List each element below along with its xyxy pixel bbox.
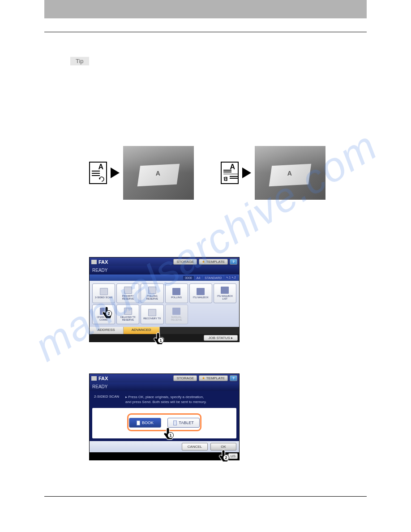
help-button[interactable]: ? bbox=[230, 259, 237, 265]
template-button[interactable]: TEMPLATE bbox=[199, 259, 228, 265]
job-status-row2: US bbox=[90, 452, 239, 460]
fax-title2: FAX bbox=[91, 376, 108, 381]
top-rule bbox=[44, 32, 367, 32]
diagram-right: A B A bbox=[221, 146, 325, 200]
tab-address[interactable]: ADDRESS bbox=[90, 327, 124, 334]
fax-screen-2sided: FAX STORAGE TEMPLATE ? READY 2-SIDED SCA… bbox=[89, 373, 240, 460]
btn-manual-receive: MANUAL RECEIVE bbox=[165, 305, 188, 324]
help-button2[interactable]: ? bbox=[230, 375, 237, 381]
ready-status2: READY bbox=[90, 382, 239, 391]
screen1-titlebar: FAX STORAGE TEMPLATE ? bbox=[90, 257, 239, 266]
status-count: 0000 bbox=[183, 276, 194, 280]
feeder-image-left: A bbox=[123, 146, 194, 200]
status-row: 0000 A4 STANDARD ↖1 ↖2 bbox=[90, 275, 239, 281]
ready-status: READY bbox=[90, 266, 239, 275]
fax-title: FAX bbox=[91, 259, 108, 265]
step-2-badge: 2 bbox=[106, 310, 112, 317]
btn-itu-mailbox[interactable]: ITU MAILBOX bbox=[189, 283, 212, 303]
step-1-badge-s2: 1 bbox=[167, 432, 174, 438]
btn-polling-reserve[interactable]: POLLING RESERVE bbox=[141, 283, 163, 303]
fax-screen-advanced: FAX STORAGE TEMPLATE ? READY 0000 A4 STA… bbox=[89, 257, 240, 342]
page-content: Tip A A A B A FAX STORAGE TEMPLATE ? bbox=[0, 32, 411, 497]
rotate-icon bbox=[98, 176, 105, 182]
arrow-icon bbox=[242, 167, 251, 178]
tip-label: Tip bbox=[70, 57, 89, 65]
instruction-text: ▸ Press OK, place originals, specify a d… bbox=[125, 395, 206, 404]
arrow-icon bbox=[111, 167, 120, 178]
status-size: A4 bbox=[195, 276, 202, 280]
cancel-button[interactable]: CANCEL bbox=[182, 443, 208, 450]
btn-itu-mailbox-list[interactable]: ITU MAILBOX LIST bbox=[214, 283, 236, 303]
page-letter-a: A bbox=[98, 163, 103, 171]
btn-priority-reserve[interactable]: PRIORITY RESERVE bbox=[116, 283, 139, 303]
page-icon-single: A bbox=[89, 162, 107, 184]
feeder-image-right: A bbox=[255, 146, 325, 200]
top-header-bar bbox=[44, 0, 367, 18]
orientation-diagrams: A A A B A bbox=[89, 146, 367, 200]
bottom-rule bbox=[44, 496, 367, 497]
mode-label: 2-SIDED SCAN bbox=[94, 395, 119, 404]
job-status-button[interactable]: JOB STATUS ▸ bbox=[204, 335, 238, 341]
instruction-area: 2-SIDED SCAN ▸ Press OK, place originals… bbox=[90, 391, 239, 408]
btn-2sided-scan[interactable]: 2-SIDED SCAN bbox=[92, 283, 115, 303]
btn-recovery-tx[interactable]: RECOVERY TX bbox=[141, 305, 163, 324]
storage-button[interactable]: STORAGE bbox=[173, 259, 197, 265]
diagram-left: A A bbox=[89, 146, 194, 200]
template-button2[interactable]: TEMPLATE bbox=[199, 375, 228, 381]
status-line: ↖1 ↖2 bbox=[224, 275, 238, 280]
step-1-badge: 1 bbox=[158, 337, 164, 343]
page-letter-b: B bbox=[223, 176, 227, 182]
screen2-titlebar: FAX STORAGE TEMPLATE ? bbox=[90, 374, 239, 382]
page-icon-double: A B bbox=[221, 162, 239, 184]
dialog-buttons: CANCEL OK bbox=[90, 441, 239, 452]
fax-icon bbox=[91, 260, 97, 264]
status-mode: STANDARD bbox=[203, 276, 223, 280]
fax-icon bbox=[91, 376, 97, 381]
storage-button2[interactable]: STORAGE bbox=[173, 375, 197, 381]
btn-delayed-tx[interactable]: DELAYED TX RESERVE bbox=[116, 305, 139, 324]
btn-polling[interactable]: POLLING bbox=[165, 283, 188, 303]
